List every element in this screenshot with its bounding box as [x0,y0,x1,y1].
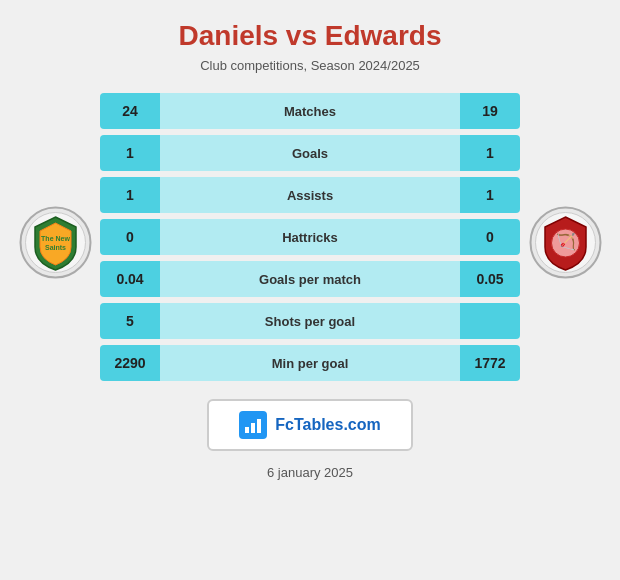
stat-left-min-per-goal: 2290 [100,355,160,371]
stat-left-goals-per-match: 0.04 [100,271,160,287]
right-club-badge: 🏹 [528,205,603,280]
stat-label-min-per-goal: Min per goal [160,345,460,381]
stat-left-matches: 24 [100,103,160,119]
fctables-bar-icon [243,415,263,435]
stat-row-min-per-goal: 2290 Min per goal 1772 [100,345,520,381]
stat-right-assists: 1 [460,187,520,203]
stat-right-goals-per-match: 0.05 [460,271,520,287]
svg-text:The New: The New [41,235,70,242]
stat-row-goals-per-match: 0.04 Goals per match 0.05 [100,261,520,297]
stat-label-goals-per-match: Goals per match [160,261,460,297]
fctables-icon [239,411,267,439]
stat-right-min-per-goal: 1772 [460,355,520,371]
page-subtitle: Club competitions, Season 2024/2025 [200,58,420,73]
stat-label-matches: Matches [160,93,460,129]
svg-text:🏹: 🏹 [555,232,575,251]
page-title: Daniels vs Edwards [178,20,441,52]
left-club-badge-container: The New Saints [10,205,100,280]
fctables-banner[interactable]: FcTables.com [207,399,413,451]
right-club-badge-container: 🏹 [520,205,610,280]
stat-row-goals: 1 Goals 1 [100,135,520,171]
stat-left-assists: 1 [100,187,160,203]
stat-left-goals: 1 [100,145,160,161]
main-content: The New Saints 24 Matches 19 1 Goals 1 1… [10,93,610,381]
stats-table: 24 Matches 19 1 Goals 1 1 Assists 1 0 Ha… [100,93,520,381]
stat-row-assists: 1 Assists 1 [100,177,520,213]
fctables-label: FcTables.com [275,416,381,434]
stat-left-shots-per-goal: 5 [100,313,160,329]
svg-rect-8 [245,427,249,433]
stat-right-hattricks: 0 [460,229,520,245]
svg-rect-9 [251,423,255,433]
stat-label-shots-per-goal: Shots per goal [160,303,460,339]
stat-row-shots-per-goal: 5 Shots per goal [100,303,520,339]
stat-label-hattricks: Hattricks [160,219,460,255]
stat-label-goals: Goals [160,135,460,171]
left-club-badge: The New Saints [18,205,93,280]
stat-right-matches: 19 [460,103,520,119]
stat-right-goals: 1 [460,145,520,161]
stat-label-assists: Assists [160,177,460,213]
stat-row-matches: 24 Matches 19 [100,93,520,129]
stat-left-hattricks: 0 [100,229,160,245]
svg-rect-10 [257,419,261,433]
stat-row-hattricks: 0 Hattricks 0 [100,219,520,255]
footer-date: 6 january 2025 [267,465,353,480]
svg-text:Saints: Saints [44,244,65,251]
